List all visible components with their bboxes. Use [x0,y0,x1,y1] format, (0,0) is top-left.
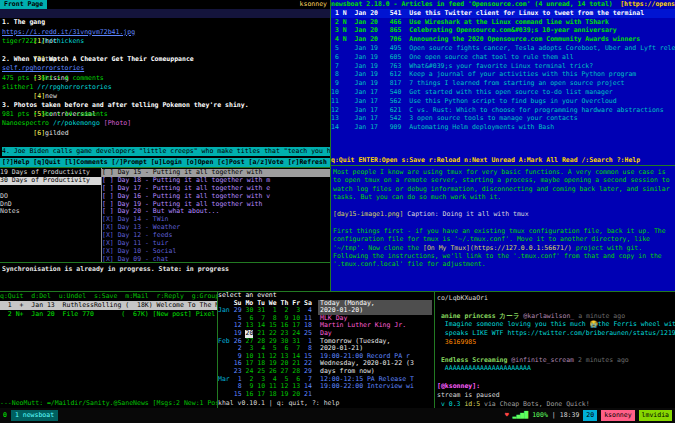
calendar-day[interactable]: 19 [280,391,288,399]
reddit-post-line[interactable]: slither1 /r/rpghorrorstories [2,83,330,92]
todo-task-row[interactable]: [X] Day 14 - TWin [102,216,330,224]
article-row[interactable]: 10 Jan 17 540 Get started with this open… [331,88,675,97]
todo-list-item[interactable]: DnD [0,201,101,209]
reddit-post-line[interactable]: 475 pts • 6hr • 4 comments [2,74,330,83]
calendar-days: 15161718192021 [230,390,312,398]
todo-task-row[interactable]: [X] Day 10 - Social [102,248,330,256]
todo-task-row[interactable]: [ ] Day 16 - Putting it all together wit… [102,193,330,201]
reddit-post-line[interactable]: self.rpghorrorstories [2,64,330,73]
calendar-day[interactable]: 20 [292,391,300,399]
text-segment: a minute ago [578,312,625,320]
pane-rainbowstream-twitter[interactable]: co/LqbKXuaOri anine princess カーラ @karlaw… [435,292,675,408]
calendar-day[interactable]: 15 [234,391,242,399]
pane-border-middle[interactable] [0,291,675,292]
twitter-line[interactable]: co/LqbKXuaOri [437,294,675,303]
twitter-line[interactable]: Endless Screaming @infinite_scream 2 min… [437,356,675,365]
agenda-line[interactable]: Wednesday, 2020-01-22 (3 [318,360,432,368]
article-row[interactable]: 5 Jan 19 495 Open source fights cancer, … [331,44,675,53]
todo-task-row[interactable]: [ ] Day 17 - Putting it all together wit… [102,185,330,193]
reddit-post-line[interactable]: 3. Photos taken before and after telling… [2,101,330,110]
article-row[interactable]: 9 Jan 19 817 7 things I learned from sta… [331,79,675,88]
article-row[interactable]: 3 N Jan 20 865 Celebrating Opensource.co… [331,26,675,35]
twitter-line[interactable]: AAAAAAAAAAAAAAAAAAAAAA [437,364,675,373]
twitter-line[interactable]: anine princess カーラ @karlawilson_ a minut… [437,312,675,321]
todo-task-row[interactable]: [X] Day 13 - Weather [102,224,330,232]
pane-newsboat-feed-list[interactable]: newsboat 2.18.0 - Articles in feed 'Open… [331,0,675,165]
calendar-day[interactable]: 17 [257,391,265,399]
pane-border-left-bottom[interactable] [0,262,330,263]
twitter-line[interactable]: speaks LIKE WTF https://twitter.com/brib… [437,329,675,338]
todo-task-row[interactable]: [ ] Day 18 - Putting it all together wit… [102,177,330,185]
text-segment: stream is paused [437,391,500,399]
twitter-line[interactable]: stream is paused [437,391,675,400]
reddit-post-line[interactable]: tiger7222 /r/chickens [2,37,330,46]
article-row[interactable]: 6 Jan 19 605 One open source chat tool t… [331,53,675,62]
tmux-window-tab[interactable]: 1 newsboat [11,410,58,420]
reddit-sort-tab[interactable]: [4]new [33,92,57,100]
agenda-line[interactable]: 2020-01-21) [318,345,432,353]
todo-list-item[interactable]: DO [0,193,101,201]
email-row[interactable]: 2 N+ Jan 20 File 770 ( 67K) [New post] P… [0,310,217,319]
todo-list-item[interactable]: 19 Days of Productivity [0,169,101,177]
todo-list-item[interactable] [0,185,101,193]
agenda-line[interactable]: Martin Luther King Jr. [318,322,432,330]
article-row[interactable]: 2 N Jan 20 466 Use Wireshark at the Linu… [331,18,675,27]
todo-task-row[interactable]: [X] Day 12 - feeds [102,232,330,240]
pane-border-right[interactable] [331,165,675,166]
article-row[interactable]: 1 N Jan 20 541 Use this Twitter client f… [331,9,675,18]
reddit-post-line[interactable] [2,46,330,55]
article-row[interactable]: 11 Jan 17 562 Use this Python script to … [331,97,675,106]
agenda-line[interactable]: 19:00-22:00 Interview wi [318,383,432,391]
article-row[interactable]: 8 Jan 19 612 Keep a journal of your acti… [331,70,675,79]
todo-task-row[interactable]: [X] Day 11 - tuir [102,240,330,248]
reddit-post-line[interactable]: https://i.redd.it/31vngvm72b41.jpg [2,28,330,37]
agenda-line[interactable]: Day [318,330,432,338]
reddit-post-line[interactable]: 1. The gang [2,18,330,27]
pane-todo-list[interactable]: 19 Days of Productivity 30 Days of Produ… [0,168,330,262]
twitter-line[interactable] [437,373,675,382]
article-row[interactable]: 7 Jan 19 763 What&#039;s your favorite L… [331,62,675,71]
reddit-sort-tab[interactable]: [6]gilded [33,129,68,137]
agenda-line[interactable]: Today (Monday, [318,300,432,308]
reddit-post-line[interactable]: Nanoespectro /r/pokemongo [Photo] [2,119,330,128]
pane-border-bottom-right[interactable] [434,292,435,408]
agenda-line[interactable]: MLK Day [318,315,432,323]
email-row[interactable]: 1 + Jan 13 RuthlessRolling ( 18K) Welcom… [0,301,217,310]
todo-task-row[interactable]: [ ] Day 19 - Putting it all together wit… [102,201,330,209]
twitter-line[interactable] [437,347,675,356]
agenda-line[interactable]: days from now) [318,368,432,376]
calendar-day[interactable]: 16 [245,391,253,399]
article-row[interactable]: 14 Jan 17 909 Automating Helm deployment… [331,123,675,132]
reddit-post-line[interactable]: 4. Joe Biden calls game developers "litt… [2,147,330,156]
todo-task-row[interactable]: [ ] Day 15 - Putting it all together wit… [102,169,330,177]
twitter-line[interactable]: 36169985 [437,338,675,347]
todo-list-item[interactable]: 30 Days of Productivity [0,177,101,185]
twitter-line[interactable] [437,303,675,312]
calendar-day[interactable]: 21 [304,391,312,399]
pane-newsboat-article-view[interactable]: Most people I know are using tmux for ve… [331,166,675,291]
pane-neomutt-email[interactable]: q:Quit d:Del u:Undel s:Save m:Mail r:Rep… [0,292,217,408]
pane-border-vertical-main[interactable] [330,0,331,291]
todo-list-item[interactable]: Notes [0,208,101,216]
twitter-line[interactable]: v 0.3 id:5 via Cheap Bots, Done Quick! [437,400,675,408]
pane-border-left-top[interactable] [0,167,330,168]
agenda-line[interactable]: Tomorrow (Tuesday, [318,338,432,346]
twitter-line[interactable]: Imagine someone loving you this much 😭th… [437,320,675,329]
agenda-line[interactable]: 2020-01-20) [318,307,432,315]
pane-reddit-client[interactable]: Front Page ksonney [1]hot [2]top [3]risi… [0,0,330,167]
pane-sync-status[interactable]: Synchronisation is already in progress. … [0,263,330,291]
pane-border-bottom-left[interactable] [217,292,218,408]
reddit-post-line[interactable]: 2. When You Watch A Cheater Get Their Co… [2,55,330,64]
pane-khal-calendar[interactable]: select an event Su Mo Tu We Th Fr Sa Jan… [218,292,434,408]
twitter-line[interactable]: [@ksonney]: [437,382,675,391]
article-row[interactable]: 12 Jan 17 621 C vs. Rust: Which to choos… [331,106,675,115]
article-row[interactable]: 13 Jan 17 542 3 open source tools to man… [331,114,675,123]
agenda-line[interactable]: 12:00-12:15 PA Release T [318,376,432,384]
article-row[interactable]: 4 N Jan 20 706 Announcing the 2020 Opens… [331,35,675,44]
date-badge: 20 [583,410,597,420]
reddit-post-line[interactable] [2,138,330,147]
todo-task-row[interactable]: [ ] Day 20 - But what about... [102,208,330,216]
calendar-day[interactable]: 18 [269,391,277,399]
reddit-post-line[interactable]: 981 pts • 5hr • 14 comments [2,110,330,119]
agenda-line[interactable]: 19:00-21:00 Record PA r [318,353,432,361]
